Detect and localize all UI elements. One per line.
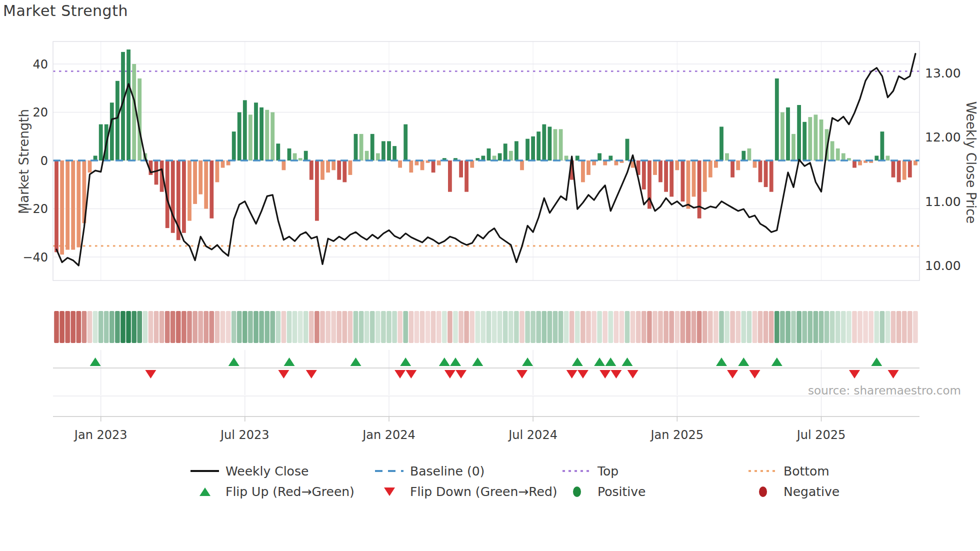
strength-bar [248,114,252,160]
heatmap-cell [575,311,580,343]
heatmap-cell [642,311,646,343]
heatmap-cell [630,311,636,343]
flip-down-marker [849,370,860,378]
strength-bar [498,154,502,161]
strength-bar [126,50,130,160]
heatmap-cell [652,311,658,343]
heatmap-cell [730,311,735,343]
heatmap-cell [110,311,114,343]
heatmap-cell [752,311,758,343]
heatmap-cell [913,311,918,343]
heatmap-cell [82,311,87,343]
flip-up-marker [350,358,362,366]
heatmap-cell [764,311,768,343]
heatmap-cell [774,311,780,343]
heatmap-cell [154,311,159,343]
heatmap-cell [896,311,902,343]
market-strength-chart: Jan 2023Jul 2023Jan 2024Jul 2024Jan 2025… [0,0,980,551]
strength-bar [132,64,136,160]
flip-down-marker [600,370,610,378]
y-left-tick-label: 0 [40,154,48,168]
y-right-tick-label: 11.00 [925,194,961,209]
strength-bar [504,144,508,160]
strength-bar [398,160,402,168]
heatmap-cell [354,311,358,343]
strength-bar [653,160,657,175]
heatmap-cell [409,311,414,343]
strength-bar [902,160,906,180]
legend-item-negative: Negative [748,483,840,500]
strength-bar [908,160,912,178]
strength-bar [420,160,424,170]
heatmap-cell [802,311,807,343]
heatmap-cell [436,311,442,343]
strength-bar [276,144,280,160]
heatmap-cell [736,311,740,343]
heatmap-cell [298,311,303,343]
strength-bar [526,139,530,160]
strength-bar [802,122,806,160]
heatmap-cell [259,311,264,343]
strength-bar [758,160,762,182]
strength-bar [337,160,341,180]
strength-bar [182,160,186,233]
strength-bar [293,154,297,161]
strength-bar [409,160,413,172]
strength-bar [54,160,58,252]
heatmap-cell [370,311,375,343]
heatmap-cell [326,311,330,343]
flip-down-marker [306,370,317,378]
heatmap-cell [54,311,59,343]
heatmap-cell [514,311,519,343]
heatmap-cell [719,311,724,343]
strength-bar [808,117,812,160]
heatmap-cell [697,311,702,343]
flip-down-marker [566,370,578,378]
flip-down-marker [456,370,466,378]
heatmap-cell [664,311,668,343]
bottom-dotted-line-icon [748,462,777,480]
strength-bar [642,160,646,190]
heatmap-cell [586,311,591,343]
strength-bar [110,102,114,160]
heatmap-cell [143,311,148,343]
heatmap-cell [442,311,447,343]
strength-bar [725,154,729,161]
strength-bar [720,126,724,160]
strength-bar [797,105,801,160]
strength-bar [459,160,463,178]
strength-bar [820,120,824,160]
heatmap-cell [348,311,353,343]
heatmap-cell [198,311,203,343]
heatmap-cell [868,311,874,343]
strength-bar [598,154,602,161]
positive-dot-icon [562,483,591,500]
heatmap-cell [132,311,136,343]
strength-bar [892,160,896,178]
heatmap-cell [76,311,82,343]
flip-down-marker [727,370,738,378]
heatmap-cell [597,311,602,343]
strength-bar [387,141,391,160]
heatmap-cell [420,311,425,343]
heatmap-cell [126,311,131,343]
heatmap-cell [304,311,308,343]
heatmap-cell [858,311,862,343]
heatmap-cell [786,311,790,343]
heatmap-cell [680,311,686,343]
legend-item-top: Top [562,462,618,480]
heatmap-cell [187,311,192,343]
heatmap-cell [702,311,708,343]
strength-bar [382,141,386,160]
x-tick-label: Jan 2023 [74,428,128,442]
baseline-dash-icon [375,462,404,480]
y-left-tick-label: 20 [32,106,48,120]
heatmap-cell [724,311,730,343]
x-tick-label: Jul 2024 [508,428,558,442]
strength-bar [531,136,535,160]
strength-bar [60,160,64,254]
strength-bar [742,151,746,160]
strength-bar [260,108,264,160]
heatmap-cell [414,311,420,343]
heatmap-cell [282,311,286,343]
